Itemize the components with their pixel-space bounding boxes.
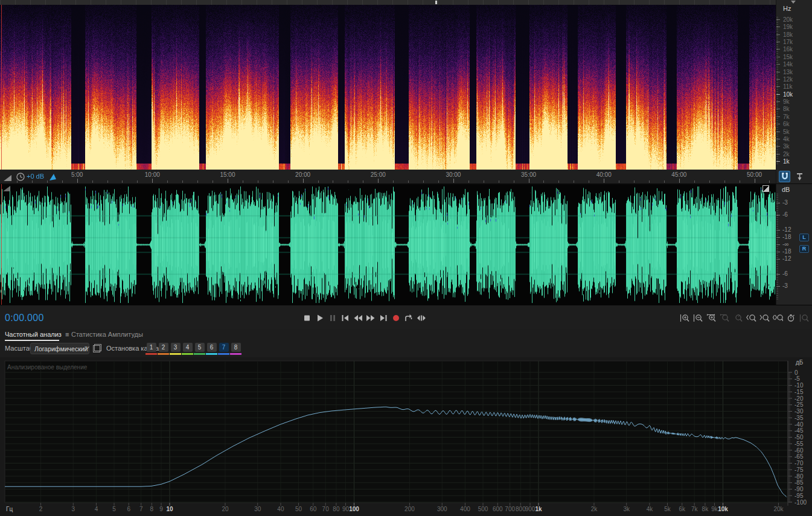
hold-button-3[interactable]: 3 xyxy=(171,343,181,352)
hold-button-6[interactable]: 6 xyxy=(207,343,217,352)
tab-frequency-analysis[interactable]: Частотный анализ ≡ xyxy=(5,331,69,338)
marker-button[interactable] xyxy=(793,171,805,182)
scale-menu-caret-icon[interactable] xyxy=(791,1,796,4)
panel-corner-icon[interactable] xyxy=(762,185,769,192)
zoom-out-time-button[interactable] xyxy=(692,313,705,323)
amplitude-tick-label: -18 xyxy=(782,248,791,255)
waveform-canvas[interactable] xyxy=(0,184,776,305)
frequency-analysis-chart[interactable]: Анализированое выделение 234567891020304… xyxy=(0,357,812,516)
amplitude-minor-ticks xyxy=(776,194,778,300)
amplitude-tick-label: -3 xyxy=(782,199,788,206)
ruler-tick xyxy=(17,180,18,183)
hold-button-2[interactable]: 2 xyxy=(159,343,168,352)
frequency-tick-label: 17k xyxy=(783,39,793,45)
x-tick-label: 60 xyxy=(310,506,317,512)
stop-button[interactable] xyxy=(301,313,313,323)
copy-to-clipboard-icon[interactable] xyxy=(93,344,101,352)
frequency-tick-label: 6k xyxy=(783,121,790,127)
zoom-in-time-button[interactable] xyxy=(679,313,691,323)
frequency-tick-label: 16k xyxy=(783,46,793,53)
zoom-in-at-out-point-icon xyxy=(733,314,743,322)
channel-button-l[interactable]: L xyxy=(799,234,809,241)
zoom-navigator-strip[interactable] xyxy=(0,0,776,5)
y-tick-label: -15 xyxy=(794,389,804,395)
hud-volume-wedge-icon[interactable] xyxy=(4,174,12,182)
gain-hud-value[interactable]: +0 dB xyxy=(27,173,44,180)
zoom-selection-edges-button[interactable] xyxy=(772,313,784,323)
amplitude-tick xyxy=(776,286,780,287)
playhead-spectrogram[interactable] xyxy=(1,5,2,170)
ruler-tick xyxy=(77,179,78,183)
pause-button xyxy=(327,313,339,323)
record-button[interactable] xyxy=(390,313,402,323)
hold-button-group-3: 3 xyxy=(170,343,181,355)
ruler-tick xyxy=(619,180,619,183)
play-button[interactable] xyxy=(314,313,326,323)
ruler-tick xyxy=(348,180,348,183)
ruler-tick xyxy=(288,180,289,183)
hold-button-8[interactable]: 8 xyxy=(231,343,241,352)
zoom-reset-button[interactable] xyxy=(785,313,798,323)
stop-icon xyxy=(302,314,313,322)
magnet-icon xyxy=(780,172,790,181)
analysis-controls: Масштаб: Логарифмический Остановка кадра… xyxy=(0,342,812,357)
x-tick-label: 90 xyxy=(342,506,350,512)
spectrogram-canvas[interactable] xyxy=(0,5,776,170)
hold-button-5[interactable]: 5 xyxy=(195,343,205,352)
time-display[interactable]: 0:00.000 xyxy=(5,313,44,323)
panel-menu-icon[interactable]: ≡ xyxy=(65,331,69,338)
scale-select[interactable]: Логарифмический xyxy=(30,343,89,354)
frequency-tick-label: 7k xyxy=(783,113,790,120)
ruler-tick xyxy=(453,179,454,183)
hud-collapsed-icon[interactable] xyxy=(3,186,10,191)
frequency-tick-label: 4k xyxy=(783,136,790,142)
ruler-tick xyxy=(167,180,168,183)
ruler-time-label: 30:00 xyxy=(446,171,461,178)
zoom-out-time-icon xyxy=(693,314,703,322)
skip-cti-button[interactable] xyxy=(415,313,427,323)
ruler-tick xyxy=(755,179,755,183)
frequency-tick-label: 1k xyxy=(783,158,790,165)
frequency-tick-label: 8k xyxy=(783,106,790,112)
skip-to-start-button[interactable] xyxy=(339,313,351,323)
zoom-in-left-edge-button[interactable] xyxy=(745,313,758,323)
cti-pin-icon[interactable] xyxy=(48,173,57,181)
frequency-tick-label: 9k xyxy=(783,98,790,105)
ruler-tick xyxy=(709,180,710,183)
tab-amplitude-statistics[interactable]: Статистика Амплитуды xyxy=(71,331,143,338)
timeline-ruler[interactable]: +0 dB 5:0010:0015:0020:0025:0030:0035:00… xyxy=(0,170,776,184)
ruler-tick xyxy=(769,180,770,183)
ruler-tick xyxy=(393,180,394,183)
amplitude-tick xyxy=(776,274,780,275)
zoom-to-selection-button[interactable] xyxy=(705,313,718,323)
rewind-icon xyxy=(353,314,363,322)
snap-toggle-button[interactable] xyxy=(779,171,790,182)
skip-to-end-button[interactable] xyxy=(377,313,389,323)
x-tick-label: 600 xyxy=(493,506,503,512)
amplitude-tick xyxy=(776,244,780,245)
pause-icon xyxy=(327,314,338,322)
y-tick-label: -60 xyxy=(794,447,804,454)
rewind-button[interactable] xyxy=(352,313,364,323)
hold-button-1[interactable]: 1 xyxy=(147,343,156,352)
hold-color-bar xyxy=(170,353,181,355)
hold-button-7[interactable]: 7 xyxy=(219,343,229,352)
transport-buttons xyxy=(301,313,427,323)
frequency-analysis-plot: 2345678910203040506070809010020030040050… xyxy=(0,357,812,516)
y-tick-label: -40 xyxy=(794,421,804,428)
playhead-waveform[interactable] xyxy=(1,184,2,305)
x-tick-label: 10 xyxy=(166,506,173,512)
zoom-in-right-edge-button[interactable] xyxy=(758,313,771,323)
loop-playback-button[interactable] xyxy=(403,313,415,323)
ruler-tick xyxy=(333,180,333,183)
zoom-full-button xyxy=(798,313,811,323)
ruler-time-label: 15:00 xyxy=(220,171,235,178)
y-tick-label: -80 xyxy=(794,473,804,480)
channel-button-r[interactable]: R xyxy=(799,245,809,253)
fast-forward-button[interactable] xyxy=(365,313,377,323)
skip-to-end-icon xyxy=(378,314,389,322)
x-tick-label: 6k xyxy=(679,506,686,512)
frequency-tick xyxy=(776,42,780,42)
hold-button-4[interactable]: 4 xyxy=(183,343,193,352)
ruler-tick xyxy=(499,180,499,183)
